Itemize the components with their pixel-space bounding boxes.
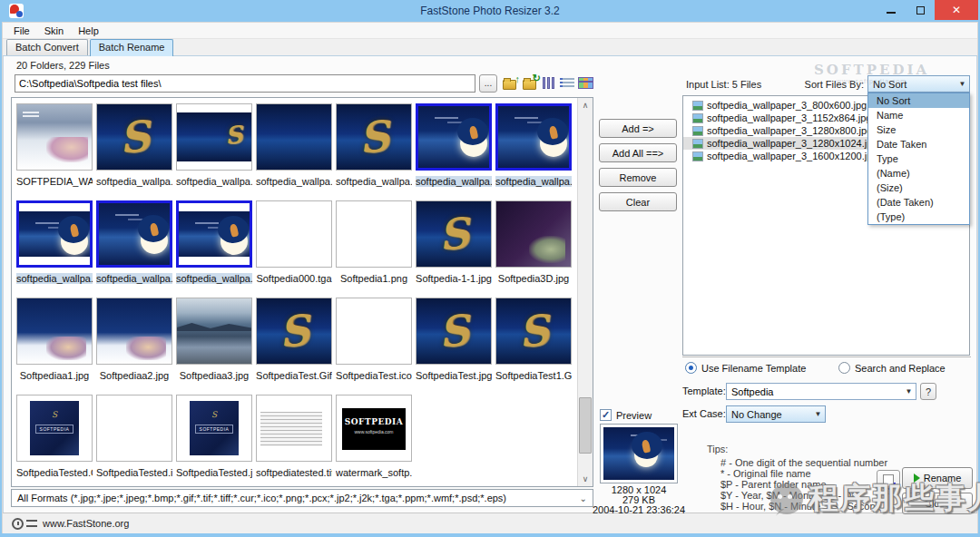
thumbnail-image[interactable] (176, 298, 252, 365)
sort-option[interactable]: No Sort (868, 93, 969, 108)
input-list-row[interactable]: softpedia_wallpaper_3_1600x1200.jpg (683, 150, 883, 162)
save-template-button[interactable] (877, 470, 900, 494)
template-dropdown[interactable]: Softpedia ▼ (726, 383, 916, 400)
menu-item-file[interactable]: File (6, 25, 37, 36)
thumbnail-item[interactable]: Softpediaa1.jpg (15, 298, 94, 395)
thumbnail-item[interactable]: softpedia_wallpa... (94, 200, 174, 298)
thumbnail-scrollbar[interactable]: ∧ ∨ (577, 98, 593, 486)
thumbnail-item[interactable]: softpediatested.tif (254, 395, 334, 486)
thumbnail-image[interactable] (256, 395, 332, 462)
folder-refresh-icon[interactable]: ↻ (523, 76, 539, 91)
thumbnail-image[interactable] (336, 298, 412, 365)
remove-button[interactable]: Remove (599, 168, 677, 187)
maximize-button[interactable] (906, 0, 935, 20)
thumbnail-item[interactable]: Softpedia1.png (334, 200, 414, 298)
tab-batch-convert[interactable]: Batch Convert (6, 39, 88, 55)
rename-button[interactable]: Rename (902, 467, 973, 489)
sort-option[interactable]: Size (868, 122, 969, 137)
thumbnail-image[interactable] (256, 200, 332, 268)
list-view-icon[interactable] (560, 78, 574, 89)
input-list-row[interactable]: softpedia_wallpaper_3_1280x1024.jpg (683, 137, 883, 150)
thumbnail-image[interactable] (336, 200, 412, 268)
sort-option[interactable]: (Type) (868, 210, 969, 224)
path-input[interactable] (15, 74, 475, 93)
thumbnail-item[interactable]: softpedia_wallpa... (174, 200, 254, 298)
thumbnail-item[interactable]: softpedia_wallpa... (254, 103, 334, 200)
thumbnail-item[interactable]: softpedia_wallpa... (414, 103, 494, 200)
thumbnail-item[interactable]: SSoftpediaTest.Gif (254, 298, 334, 395)
thumbnail-item[interactable]: Softpedia000.tga (254, 200, 334, 298)
close-button[interactable]: ✕ (935, 0, 978, 20)
use-template-radio[interactable] (685, 362, 697, 374)
thumbnail-image[interactable]: S (96, 103, 172, 171)
sort-option[interactable]: Date Taken (868, 137, 969, 151)
thumbnail-image[interactable]: S (495, 298, 572, 365)
thumbnail-image[interactable] (96, 395, 172, 462)
thumbnail-item[interactable]: Ssoftpedia_wallpa... (334, 103, 414, 200)
minimize-button[interactable] (877, 0, 906, 20)
thumbnail-image[interactable]: SSOFTPEDIA (16, 395, 93, 462)
thumbnail-item[interactable]: SSOFTPEDIASoftpediaTested.jpg (174, 395, 254, 486)
ext-case-dropdown[interactable]: No Change ▼ (726, 405, 826, 423)
thumbnail-item[interactable]: SSoftpedia-1-1.jpg (414, 200, 494, 298)
thumbnail-image[interactable]: S (336, 103, 412, 171)
thumbnail-item[interactable]: softpedia_wallpa... (15, 200, 94, 298)
thumbnail-item[interactable]: SSOFTPEDIASoftpediaTested.Gif (15, 395, 94, 486)
thumbnail-image[interactable] (16, 200, 93, 268)
sort-columns-icon[interactable] (543, 77, 557, 90)
thumbnail-image[interactable]: S (416, 298, 492, 365)
scroll-up-icon[interactable]: ∧ (578, 98, 593, 112)
sort-option[interactable]: (Name) (868, 166, 969, 181)
thumbnail-item[interactable]: softpedia_wallpa... (494, 103, 573, 200)
thumbnail-item[interactable]: SoftpediaTest.ico (334, 298, 414, 395)
sort-files-dropdown[interactable]: No Sort ▼ (867, 75, 970, 93)
thumbnail-item[interactable]: Softpediaa2.jpg (94, 298, 174, 395)
thumbnail-image[interactable] (495, 103, 572, 171)
input-list-row[interactable]: softpedia_wallpaper_3_800x600.jpg (683, 99, 872, 112)
menu-item-help[interactable]: Help (71, 25, 106, 36)
thumbnail-image[interactable]: S (416, 200, 492, 268)
input-list-row[interactable]: softpedia_wallpaper_3_1152x864.jpg (683, 112, 877, 124)
thumbnail-image[interactable] (416, 103, 492, 171)
thumbnail-image[interactable] (16, 298, 93, 365)
add-button[interactable]: Add => (599, 119, 677, 138)
thumbnail-image[interactable] (96, 298, 172, 365)
thumbnail-image[interactable]: S (256, 298, 332, 365)
thumbnail-item[interactable]: SOFTPEDIA_WAL... (15, 103, 94, 200)
thumbnail-item[interactable]: Softpediaa3.jpg (174, 298, 254, 395)
menu-item-skin[interactable]: Skin (37, 25, 71, 36)
template-help-button[interactable]: ? (920, 383, 936, 400)
sort-option[interactable]: (Date Taken) (868, 195, 969, 210)
thumbnail-image[interactable] (16, 103, 93, 171)
preview-checkbox[interactable]: ✓ (600, 409, 612, 421)
thumbnail-image[interactable] (495, 200, 572, 268)
sort-option[interactable]: (Size) (868, 181, 969, 195)
scrollbar-thumb[interactable] (579, 397, 592, 454)
thumbnail-item[interactable]: Ssoftpedia_wallpa... (174, 103, 254, 200)
input-list-row[interactable]: softpedia_wallpaper_3_1280x800.jpg (683, 124, 877, 137)
thumbnail-item[interactable]: SSoftpediaTest.jpg (414, 298, 494, 395)
thumbnail-image[interactable] (176, 200, 252, 268)
thumbnail-item[interactable]: Ssoftpedia_wallpa... (94, 103, 174, 200)
faststone-link[interactable]: www.FastStone.org (43, 518, 129, 529)
search-replace-radio[interactable] (838, 362, 850, 374)
thumbnail-image[interactable]: SOFTPEDIAwww.softpedia.com (336, 395, 412, 462)
browse-button[interactable]: ... (479, 74, 497, 93)
thumbnail-item[interactable]: SSoftpediaTest1.Gif (494, 298, 573, 395)
clear-button[interactable]: Clear (599, 192, 677, 211)
thumbnail-item[interactable]: Softpedia3D.jpg (494, 200, 573, 298)
close-dialog-button[interactable]: Close (902, 493, 973, 514)
format-filter-dropdown[interactable]: All Formats (*.jpg;*.jpe;*.jpeg;*.bmp;*.… (11, 489, 593, 507)
sort-option[interactable]: Type (868, 151, 969, 166)
add-all-button[interactable]: Add All ==> (599, 143, 677, 162)
thumbnail-image[interactable] (96, 200, 172, 268)
thumbnail-item[interactable]: SOFTPEDIAwww.softpedia.comwatermark_soft… (334, 395, 414, 486)
tab-batch-rename[interactable]: Batch Rename (90, 39, 174, 56)
folder-up-icon[interactable]: ↑ (503, 76, 519, 91)
thumbnail-view-icon[interactable] (578, 77, 593, 89)
thumbnail-image[interactable]: S (176, 103, 252, 171)
thumbnail-image[interactable]: SSOFTPEDIA (176, 395, 252, 462)
thumbnail-item[interactable]: SoftpediaTested.ico (94, 395, 174, 486)
thumbnail-image[interactable] (256, 103, 332, 171)
sort-option[interactable]: Name (868, 108, 969, 122)
